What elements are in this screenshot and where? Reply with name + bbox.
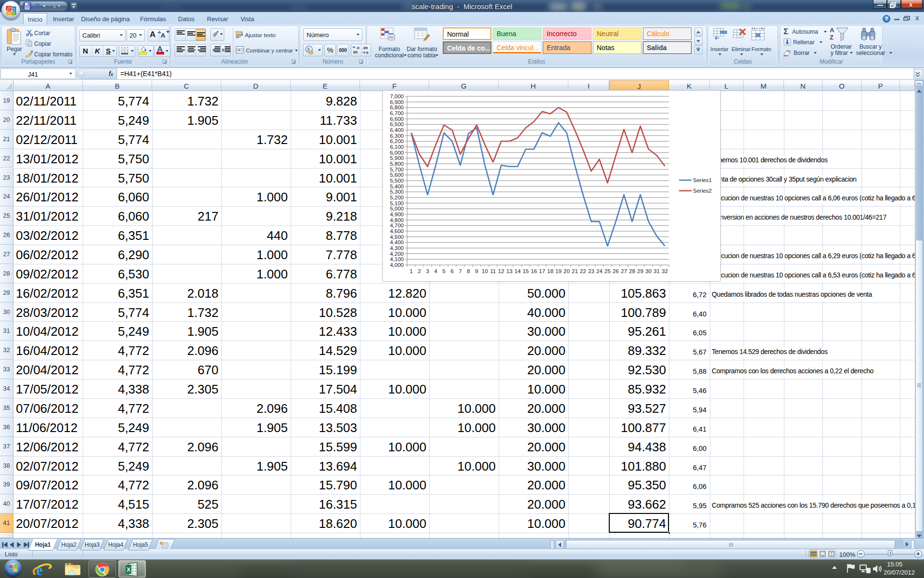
svg-text:5: 5 [442, 268, 445, 274]
svg-text:20: 20 [564, 268, 570, 274]
svg-text:28: 28 [629, 268, 635, 274]
svg-text:18: 18 [547, 268, 553, 274]
svg-text:7,000: 7,000 [390, 93, 404, 99]
svg-text:0: 0 [366, 51, 369, 55]
svg-text:4,600: 4,600 [390, 228, 404, 234]
svg-text:19: 19 [555, 268, 562, 274]
svg-text:13: 13 [506, 268, 513, 274]
svg-text:6,900: 6,900 [390, 99, 404, 105]
svg-text:00: 00 [353, 50, 358, 54]
svg-text:5,200: 5,200 [390, 195, 404, 200]
svg-text:e: e [36, 562, 43, 578]
svg-text:5,700: 5,700 [390, 167, 404, 172]
svg-text:X: X [127, 566, 130, 573]
svg-text:Series2: Series2 [693, 188, 712, 194]
svg-text:6,600: 6,600 [390, 116, 404, 122]
svg-text:30: 30 [645, 268, 652, 274]
svg-text:6,800: 6,800 [390, 105, 404, 110]
svg-text:5,900: 5,900 [390, 155, 404, 161]
svg-text:27: 27 [621, 268, 627, 274]
svg-text:5,500: 5,500 [390, 178, 404, 184]
svg-text:16: 16 [531, 268, 537, 274]
svg-text:22: 22 [580, 268, 586, 274]
svg-text:.0: .0 [356, 46, 359, 50]
svg-text:5,100: 5,100 [390, 200, 404, 206]
svg-text:6,500: 6,500 [390, 121, 404, 127]
svg-text:31: 31 [654, 268, 660, 274]
svg-text:Series1: Series1 [693, 177, 712, 183]
svg-text:21: 21 [572, 268, 578, 274]
svg-text:12: 12 [498, 268, 504, 274]
svg-text:4,300: 4,300 [390, 245, 404, 251]
svg-text:3: 3 [426, 268, 429, 274]
svg-text:9: 9 [475, 268, 478, 274]
svg-text:4,100: 4,100 [390, 256, 404, 262]
svg-text:5,600: 5,600 [390, 172, 404, 178]
svg-text:4,500: 4,500 [390, 234, 404, 240]
svg-text:.00: .00 [362, 46, 368, 50]
svg-text:26: 26 [613, 268, 619, 274]
svg-text:23: 23 [588, 268, 594, 274]
svg-text:5,400: 5,400 [390, 184, 404, 189]
svg-text:7: 7 [459, 268, 462, 274]
svg-text:5,800: 5,800 [390, 161, 404, 167]
svg-text:15: 15 [523, 268, 529, 274]
svg-text:$: $ [308, 47, 310, 52]
svg-text:4,200: 4,200 [390, 251, 404, 257]
svg-text:6,200: 6,200 [390, 138, 404, 144]
svg-text:1: 1 [410, 268, 412, 274]
svg-text:4,000: 4,000 [390, 262, 404, 268]
svg-text:6: 6 [450, 268, 453, 274]
svg-text:24: 24 [596, 268, 603, 274]
svg-text:8: 8 [467, 268, 470, 274]
svg-text:4,700: 4,700 [390, 223, 404, 228]
svg-text:6,100: 6,100 [390, 144, 404, 150]
svg-text:6,300: 6,300 [390, 133, 404, 139]
svg-text:14: 14 [514, 268, 521, 274]
svg-text:4,400: 4,400 [390, 239, 404, 245]
svg-text:6,400: 6,400 [390, 127, 404, 133]
svg-text:5,000: 5,000 [390, 206, 404, 211]
svg-text:11: 11 [490, 268, 496, 274]
svg-text:6,000: 6,000 [390, 150, 404, 156]
svg-text:25: 25 [604, 268, 611, 274]
svg-text:4,800: 4,800 [390, 217, 404, 223]
svg-text:4: 4 [434, 268, 437, 274]
svg-text:<=: <= [389, 35, 394, 39]
svg-text:4,900: 4,900 [390, 211, 404, 217]
svg-text:2: 2 [418, 268, 421, 274]
svg-text:32: 32 [662, 268, 668, 274]
svg-text:10: 10 [482, 268, 488, 274]
svg-text:5,300: 5,300 [390, 189, 404, 195]
svg-text:29: 29 [637, 268, 643, 274]
svg-text:6,700: 6,700 [390, 110, 404, 116]
svg-text:17: 17 [539, 268, 545, 274]
